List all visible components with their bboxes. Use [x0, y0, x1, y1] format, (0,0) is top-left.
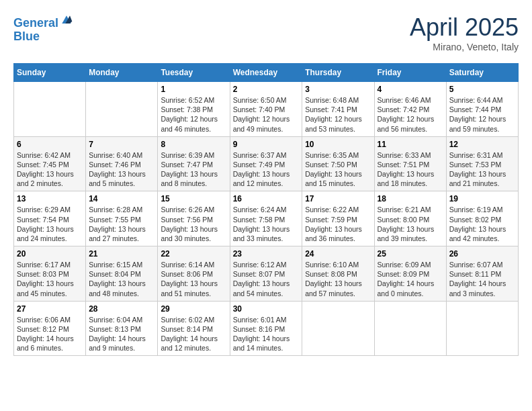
day-info: Sunrise: 6:07 AM Sunset: 8:11 PM Dayligh… — [449, 260, 515, 298]
calendar-cell: 24Sunrise: 6:10 AM Sunset: 8:08 PM Dayli… — [302, 246, 374, 302]
day-info: Sunrise: 6:10 AM Sunset: 8:08 PM Dayligh… — [305, 260, 371, 298]
calendar-cell: 7Sunrise: 6:40 AM Sunset: 7:46 PM Daylig… — [86, 136, 158, 191]
day-info: Sunrise: 6:44 AM Sunset: 7:44 PM Dayligh… — [449, 95, 515, 134]
calendar-cell: 5Sunrise: 6:44 AM Sunset: 7:44 PM Daylig… — [446, 82, 518, 137]
day-number: 8 — [161, 140, 226, 149]
calendar-cell: 13Sunrise: 6:29 AM Sunset: 7:54 PM Dayli… — [14, 191, 86, 246]
calendar-cell: 27Sunrise: 6:06 AM Sunset: 8:12 PM Dayli… — [14, 301, 86, 356]
calendar-cell: 12Sunrise: 6:31 AM Sunset: 7:53 PM Dayli… — [446, 136, 518, 191]
logo: GeneralBlue — [13, 13, 73, 44]
title-section: April 2025 Mirano, Veneto, Italy — [410, 13, 519, 52]
day-info: Sunrise: 6:02 AM Sunset: 8:14 PM Dayligh… — [161, 315, 226, 353]
day-number: 2 — [233, 85, 300, 94]
col-header-saturday: Saturday — [446, 64, 518, 82]
day-number: 9 — [233, 140, 300, 149]
day-info: Sunrise: 6:50 AM Sunset: 7:40 PM Dayligh… — [233, 95, 300, 134]
day-number: 20 — [17, 249, 83, 259]
day-number: 6 — [17, 140, 83, 149]
day-info: Sunrise: 6:33 AM Sunset: 7:51 PM Dayligh… — [378, 150, 443, 189]
day-number: 11 — [378, 140, 443, 149]
calendar-cell: 26Sunrise: 6:07 AM Sunset: 8:11 PM Dayli… — [446, 246, 518, 302]
day-info: Sunrise: 6:39 AM Sunset: 7:47 PM Dayligh… — [161, 150, 226, 189]
calendar-cell: 17Sunrise: 6:22 AM Sunset: 7:59 PM Dayli… — [302, 191, 374, 246]
day-info: Sunrise: 6:31 AM Sunset: 7:53 PM Dayligh… — [449, 150, 515, 189]
day-info: Sunrise: 6:28 AM Sunset: 7:55 PM Dayligh… — [89, 205, 154, 243]
day-info: Sunrise: 6:17 AM Sunset: 8:03 PM Dayligh… — [17, 260, 83, 298]
day-info: Sunrise: 6:35 AM Sunset: 7:50 PM Dayligh… — [305, 150, 371, 189]
month-title: April 2025 — [410, 13, 519, 42]
day-info: Sunrise: 6:01 AM Sunset: 8:16 PM Dayligh… — [233, 315, 300, 353]
col-header-sunday: Sunday — [14, 64, 86, 82]
calendar-cell: 28Sunrise: 6:04 AM Sunset: 8:13 PM Dayli… — [86, 301, 158, 356]
day-number: 7 — [89, 140, 154, 149]
calendar-cell — [86, 82, 158, 137]
calendar-cell: 23Sunrise: 6:12 AM Sunset: 8:07 PM Dayli… — [230, 246, 302, 302]
day-number: 26 — [449, 249, 515, 259]
day-number: 15 — [161, 194, 226, 203]
day-info: Sunrise: 6:42 AM Sunset: 7:45 PM Dayligh… — [17, 150, 83, 189]
day-info: Sunrise: 6:26 AM Sunset: 7:56 PM Dayligh… — [161, 205, 226, 243]
day-number: 16 — [233, 194, 300, 203]
calendar-cell: 18Sunrise: 6:21 AM Sunset: 8:00 PM Dayli… — [374, 191, 446, 246]
day-info: Sunrise: 6:22 AM Sunset: 7:59 PM Dayligh… — [305, 205, 371, 243]
calendar-cell: 8Sunrise: 6:39 AM Sunset: 7:47 PM Daylig… — [158, 136, 230, 191]
calendar-cell: 2Sunrise: 6:50 AM Sunset: 7:40 PM Daylig… — [230, 82, 302, 137]
day-info: Sunrise: 6:12 AM Sunset: 8:07 PM Dayligh… — [233, 260, 300, 298]
calendar-cell: 6Sunrise: 6:42 AM Sunset: 7:45 PM Daylig… — [14, 136, 86, 191]
day-number: 27 — [17, 304, 83, 314]
day-number: 17 — [305, 194, 371, 203]
day-number: 1 — [161, 85, 226, 94]
day-info: Sunrise: 6:04 AM Sunset: 8:13 PM Dayligh… — [89, 315, 154, 353]
day-number: 29 — [161, 304, 226, 314]
logo-text: GeneralBlue — [13, 13, 73, 44]
day-info: Sunrise: 6:40 AM Sunset: 7:46 PM Dayligh… — [89, 150, 154, 189]
day-info: Sunrise: 6:06 AM Sunset: 8:12 PM Dayligh… — [17, 315, 83, 353]
day-number: 21 — [89, 249, 154, 259]
day-info: Sunrise: 6:15 AM Sunset: 8:04 PM Dayligh… — [89, 260, 154, 298]
calendar-table: SundayMondayTuesdayWednesdayThursdayFrid… — [13, 63, 519, 356]
page-header: GeneralBlue April 2025 Mirano, Veneto, I… — [13, 13, 519, 52]
day-number: 14 — [89, 194, 154, 203]
day-number: 24 — [305, 249, 371, 259]
day-number: 13 — [17, 194, 83, 203]
calendar-cell — [14, 82, 86, 137]
calendar-cell — [302, 301, 374, 356]
calendar-cell: 9Sunrise: 6:37 AM Sunset: 7:49 PM Daylig… — [230, 136, 302, 191]
calendar-cell: 10Sunrise: 6:35 AM Sunset: 7:50 PM Dayli… — [302, 136, 374, 191]
day-number: 3 — [305, 85, 371, 94]
day-number: 25 — [378, 249, 443, 259]
day-number: 23 — [233, 249, 300, 259]
day-info: Sunrise: 6:29 AM Sunset: 7:54 PM Dayligh… — [17, 205, 83, 243]
day-info: Sunrise: 6:09 AM Sunset: 8:09 PM Dayligh… — [378, 260, 443, 298]
calendar-cell: 3Sunrise: 6:48 AM Sunset: 7:41 PM Daylig… — [302, 82, 374, 137]
col-header-friday: Friday — [374, 64, 446, 82]
calendar-cell: 1Sunrise: 6:52 AM Sunset: 7:38 PM Daylig… — [158, 82, 230, 137]
day-number: 10 — [305, 140, 371, 149]
calendar-cell: 22Sunrise: 6:14 AM Sunset: 8:06 PM Dayli… — [158, 246, 230, 302]
calendar-cell — [374, 301, 446, 356]
day-number: 4 — [378, 85, 443, 94]
calendar-cell: 14Sunrise: 6:28 AM Sunset: 7:55 PM Dayli… — [86, 191, 158, 246]
col-header-monday: Monday — [86, 64, 158, 82]
day-number: 28 — [89, 304, 154, 314]
day-info: Sunrise: 6:46 AM Sunset: 7:42 PM Dayligh… — [378, 95, 443, 134]
calendar-cell: 16Sunrise: 6:24 AM Sunset: 7:58 PM Dayli… — [230, 191, 302, 246]
day-number: 30 — [233, 304, 300, 314]
day-number: 12 — [449, 140, 515, 149]
calendar-cell: 25Sunrise: 6:09 AM Sunset: 8:09 PM Dayli… — [374, 246, 446, 302]
day-info: Sunrise: 6:19 AM Sunset: 8:02 PM Dayligh… — [449, 205, 515, 243]
calendar-cell: 29Sunrise: 6:02 AM Sunset: 8:14 PM Dayli… — [158, 301, 230, 356]
calendar-cell: 20Sunrise: 6:17 AM Sunset: 8:03 PM Dayli… — [14, 246, 86, 302]
calendar-cell — [446, 301, 518, 356]
day-number: 22 — [161, 249, 226, 259]
day-number: 18 — [378, 194, 443, 203]
day-info: Sunrise: 6:14 AM Sunset: 8:06 PM Dayligh… — [161, 260, 226, 298]
day-info: Sunrise: 6:48 AM Sunset: 7:41 PM Dayligh… — [305, 95, 371, 134]
calendar-cell: 15Sunrise: 6:26 AM Sunset: 7:56 PM Dayli… — [158, 191, 230, 246]
day-number: 19 — [449, 194, 515, 203]
calendar-cell: 11Sunrise: 6:33 AM Sunset: 7:51 PM Dayli… — [374, 136, 446, 191]
day-info: Sunrise: 6:52 AM Sunset: 7:38 PM Dayligh… — [161, 95, 226, 134]
calendar-cell: 19Sunrise: 6:19 AM Sunset: 8:02 PM Dayli… — [446, 191, 518, 246]
day-number: 5 — [449, 85, 515, 94]
location-subtitle: Mirano, Veneto, Italy — [410, 42, 519, 52]
